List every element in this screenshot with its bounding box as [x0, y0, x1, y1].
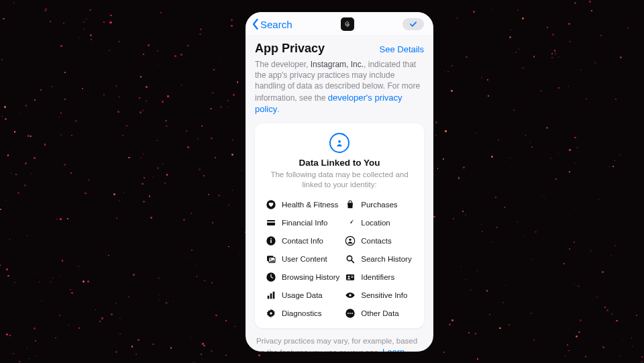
- data-type-item: Contacts: [345, 236, 413, 246]
- data-type-label: Search History: [361, 255, 411, 263]
- bars-icon: [266, 290, 276, 301]
- phone-frame: Search App Privacy See Details The devel…: [246, 12, 433, 352]
- gear-icon: [266, 308, 276, 319]
- search-icon: [345, 254, 356, 264]
- data-type-item: Browsing History: [266, 272, 339, 282]
- data-type-item: Location: [345, 217, 413, 228]
- check-icon: [409, 21, 417, 28]
- card-icon-wrap: [266, 133, 413, 153]
- data-type-label: Diagnostics: [282, 309, 321, 317]
- navbar: Search: [246, 12, 433, 35]
- data-type-label: Browsing History: [282, 273, 339, 281]
- developer-name: Instagram, Inc.: [311, 60, 364, 69]
- app-icon: [341, 17, 354, 31]
- content-icon: [266, 254, 276, 264]
- data-type-label: User Content: [282, 255, 327, 263]
- person-circle-icon: [329, 133, 350, 153]
- header-row: App Privacy See Details: [255, 42, 424, 56]
- info-icon: [266, 236, 276, 246]
- data-type-item: Contact Info: [266, 236, 339, 246]
- data-type-label: Contact Info: [282, 237, 323, 245]
- data-type-label: Other Data: [361, 309, 398, 317]
- data-type-label: Identifiers: [361, 273, 394, 281]
- intro-prefix: The developer,: [255, 60, 311, 69]
- data-type-item: User Content: [266, 254, 339, 264]
- data-type-label: Financial Info: [282, 219, 327, 227]
- location-icon: [345, 217, 356, 228]
- heart-icon: [266, 199, 276, 210]
- data-type-item: Identifiers: [345, 272, 413, 282]
- card-subtitle: The following data may be collected and …: [266, 170, 413, 190]
- intro-text: The developer, Instagram, Inc., indicate…: [255, 59, 424, 115]
- svg-point-0: [338, 140, 341, 143]
- data-type-item: Sensitive Info: [345, 290, 413, 301]
- bag-icon: [345, 199, 356, 210]
- data-type-label: Location: [361, 219, 390, 227]
- data-types-grid: Health & FitnessPurchasesFinancial InfoL…: [266, 199, 413, 319]
- data-type-label: Health & Fitness: [282, 201, 338, 209]
- dots-icon: [345, 308, 356, 319]
- privacy-card: Data Linked to You The following data ma…: [255, 123, 424, 328]
- back-button[interactable]: Search: [252, 19, 292, 30]
- card-title: Data Linked to You: [266, 158, 413, 168]
- stage: Search App Privacy See Details The devel…: [0, 0, 644, 363]
- contacts-icon: [345, 236, 356, 246]
- see-details-link[interactable]: See Details: [380, 44, 424, 54]
- data-type-item: Search History: [345, 254, 413, 264]
- intro-end: .: [277, 105, 279, 114]
- data-type-item: Other Data: [345, 308, 413, 319]
- id-icon: [345, 272, 356, 282]
- content: App Privacy See Details The developer, I…: [246, 35, 433, 352]
- eye-icon: [345, 290, 356, 301]
- data-type-item: Purchases: [345, 199, 413, 210]
- data-type-label: Usage Data: [282, 291, 323, 299]
- footer-text: Privacy practices may vary, for example,…: [255, 336, 424, 352]
- data-type-label: Contacts: [361, 237, 391, 245]
- data-type-label: Purchases: [361, 201, 397, 209]
- page-title: App Privacy: [255, 42, 325, 56]
- clock-icon: [266, 272, 276, 282]
- data-type-label: Sensitive Info: [361, 291, 407, 299]
- card-icon: [266, 217, 276, 228]
- threads-icon: [343, 20, 352, 28]
- chevron-left-icon: [252, 19, 259, 30]
- data-type-item: Health & Fitness: [266, 199, 339, 210]
- data-type-item: Usage Data: [266, 290, 339, 301]
- data-type-item: Financial Info: [266, 217, 339, 228]
- back-label: Search: [260, 19, 292, 30]
- data-type-item: Diagnostics: [266, 308, 339, 319]
- download-button[interactable]: [402, 18, 424, 30]
